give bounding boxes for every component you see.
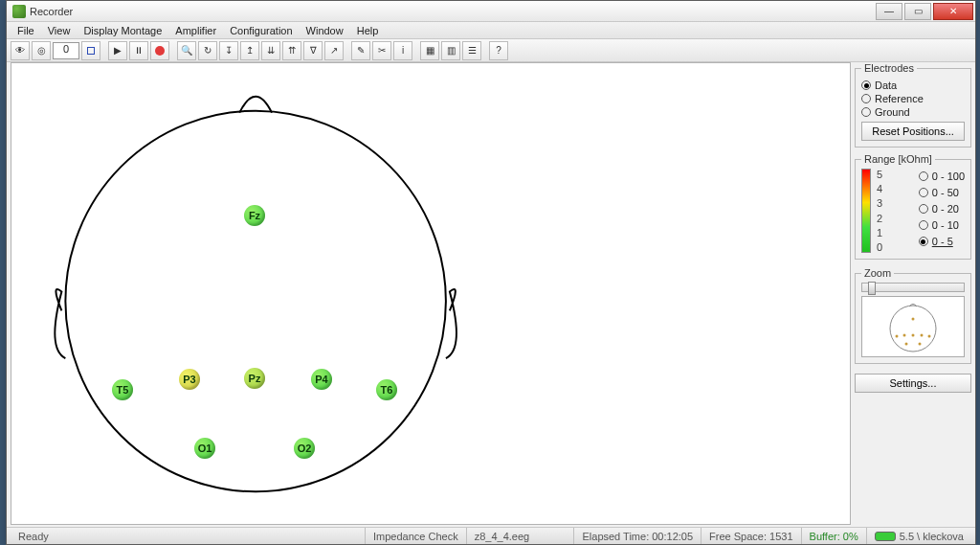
electrode-t6[interactable]: T6 [376, 379, 397, 400]
menu-amplifier[interactable]: Amplifier [168, 24, 223, 37]
electrodes-opt-ground[interactable]: Ground [861, 106, 965, 118]
pause-icon[interactable]: ⏸ [129, 41, 148, 60]
range-opt-5[interactable]: 0 - 5 [919, 236, 965, 247]
status-ready: Ready [11, 528, 365, 544]
cursor-icon[interactable]: ↗ [324, 41, 344, 60]
zoom-panel: Zoom [855, 267, 971, 364]
menu-bar: File View Display Montage Amplifier Conf… [7, 22, 975, 39]
status-user: 5.5 \ kleckova [866, 528, 971, 544]
target-icon[interactable]: ◎ [32, 41, 51, 60]
electrode-p3[interactable]: P3 [179, 369, 200, 390]
channel-num[interactable]: 0 [53, 42, 79, 59]
compress-icon[interactable]: ⇊ [261, 41, 280, 60]
info-icon[interactable]: i [393, 41, 412, 60]
range-opt-10[interactable]: 0 - 10 [919, 219, 965, 231]
menu-configuration[interactable]: Configuration [223, 24, 299, 37]
reset-positions-button[interactable]: Reset Positions... [861, 122, 965, 141]
head-canvas[interactable]: Fz T5 P3 Pz P4 T6 O1 O2 [11, 62, 851, 525]
menu-view[interactable]: View [41, 24, 78, 37]
electrode-p4[interactable]: P4 [311, 369, 332, 390]
eye-icon[interactable]: 👁 [11, 41, 30, 60]
svg-point-8 [905, 343, 908, 346]
status-file: z8_4_4.eeg [466, 528, 574, 544]
toolbar: 👁 ◎ 0 ▶ ⏸ 🔍 ↻ ↧ ↥ ⇊ ⇈ ∇ ↗ ✎ ✂ i ▦ ▥ ☰ ? [7, 39, 975, 62]
refresh-icon[interactable]: ↻ [198, 41, 217, 60]
svg-point-9 [919, 343, 922, 346]
electrode-o2[interactable]: O2 [294, 438, 315, 459]
svg-point-4 [903, 334, 906, 337]
electrodes-panel: Electrodes Data Reference Ground Reset P… [855, 62, 971, 148]
svg-point-7 [928, 335, 931, 338]
status-mode: Impedance Check [365, 528, 466, 544]
status-elapsed: Elapsed Time: 00:12:05 [573, 528, 701, 544]
help-icon[interactable]: ? [489, 41, 508, 60]
electrodes-opt-data[interactable]: Data [861, 79, 965, 91]
status-indicator-icon [875, 532, 896, 541]
close-button[interactable]: ✕ [933, 3, 973, 20]
svg-point-0 [65, 111, 446, 492]
minimize-button[interactable]: — [876, 3, 902, 20]
win3-icon[interactable]: ☰ [462, 41, 481, 60]
win2-icon[interactable]: ▥ [441, 41, 460, 60]
electrode-pz[interactable]: Pz [244, 368, 265, 389]
title-bar: Recorder — ▭ ✕ [7, 1, 975, 22]
settings-button[interactable]: Settings... [855, 374, 971, 393]
edit-icon[interactable]: ✎ [351, 41, 370, 60]
menu-file[interactable]: File [11, 24, 41, 37]
range-gradient [861, 169, 871, 253]
scale-up-icon[interactable]: ↥ [240, 41, 259, 60]
electrodes-opt-reference[interactable]: Reference [861, 93, 965, 104]
scale-down-icon[interactable]: ↧ [219, 41, 238, 60]
range-opt-20[interactable]: 0 - 20 [919, 203, 965, 215]
range-opt-100[interactable]: 0 - 100 [919, 170, 965, 182]
status-bar: Ready Impedance Check z8_4_4.eeg Elapsed… [7, 527, 975, 544]
box-icon[interactable] [81, 41, 100, 60]
menu-window[interactable]: Window [300, 24, 350, 37]
menu-help[interactable]: Help [350, 24, 386, 37]
svg-point-3 [896, 335, 899, 338]
head-svg [11, 63, 850, 524]
play-icon[interactable]: ▶ [108, 41, 127, 60]
status-buffer: Buffer: 0% [801, 528, 866, 544]
filter-icon[interactable]: ∇ [303, 41, 323, 60]
app-icon [12, 5, 26, 18]
expand-icon[interactable]: ⇈ [282, 41, 301, 60]
app-title: Recorder [30, 6, 874, 17]
electrode-t5[interactable]: T5 [112, 379, 133, 400]
record-icon[interactable] [150, 41, 169, 60]
svg-point-6 [921, 334, 924, 337]
side-panel: Electrodes Data Reference Ground Reset P… [855, 62, 971, 525]
range-ticks: 543210 [877, 169, 882, 253]
range-panel: Range [kOhm] 543210 0 - 100 0 - 50 0 - 2… [855, 153, 971, 260]
zoom-slider[interactable] [861, 283, 965, 292]
win1-icon[interactable]: ▦ [420, 41, 439, 60]
zoom-icon[interactable]: 🔍 [177, 41, 196, 60]
svg-point-2 [912, 318, 915, 321]
menu-display-montage[interactable]: Display Montage [77, 24, 168, 37]
maximize-button[interactable]: ▭ [904, 3, 931, 20]
range-opt-50[interactable]: 0 - 50 [919, 187, 965, 198]
svg-point-5 [912, 334, 915, 337]
electrode-fz[interactable]: Fz [244, 205, 265, 226]
electrode-o1[interactable]: O1 [194, 438, 215, 459]
zoom-mini-head[interactable] [861, 296, 965, 357]
cut-icon[interactable]: ✂ [372, 41, 391, 60]
status-free: Free Space: 1531 [701, 528, 800, 544]
svg-point-1 [890, 306, 936, 352]
